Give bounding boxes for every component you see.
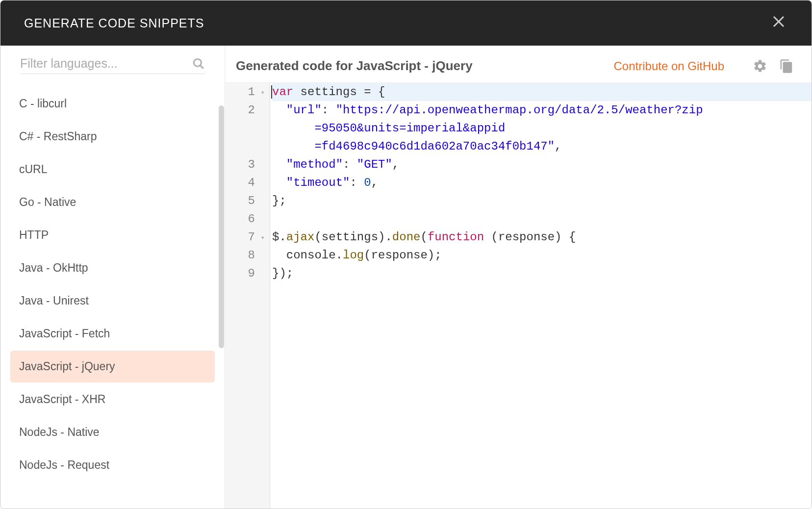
editor-code[interactable]: var settings = { "url": "https://api.ope… xyxy=(270,83,812,509)
generated-code-title: Generated code for JavaScript - jQuery xyxy=(236,58,614,74)
language-item[interactable]: Go - Native xyxy=(10,186,215,218)
code-line[interactable]: "method": "GET", xyxy=(272,155,812,174)
code-line[interactable] xyxy=(272,210,812,228)
gear-icon[interactable] xyxy=(753,59,767,74)
gutter-line-number: 8 xyxy=(225,246,270,264)
sidebar-scrollbar-thumb[interactable] xyxy=(219,105,224,348)
code-line[interactable]: console.log(response); xyxy=(272,246,812,264)
code-line[interactable]: "timeout": 0, xyxy=(272,174,812,192)
language-list[interactable]: C - libcurlC# - RestSharpcURLGo - Native… xyxy=(0,79,225,509)
dialog-title: GENERATE CODE SNIPPETS xyxy=(24,16,204,30)
contribute-github-link[interactable]: Contribute on GitHub xyxy=(614,59,724,73)
svg-point-2 xyxy=(194,59,201,66)
dialog-header: GENERATE CODE SNIPPETS xyxy=(0,0,812,46)
language-item[interactable]: JavaScript - XHR xyxy=(10,383,215,415)
dialog-body: C - libcurlC# - RestSharpcURLGo - Native… xyxy=(0,46,812,509)
close-icon[interactable] xyxy=(769,12,788,35)
gutter-line-number: 7 xyxy=(225,228,270,246)
code-line[interactable]: }); xyxy=(272,264,812,282)
sidebar-scrollbar[interactable] xyxy=(219,105,224,351)
code-line[interactable]: }; xyxy=(272,192,812,210)
language-item[interactable]: HTTP xyxy=(10,219,215,251)
main-header: Generated code for JavaScript - jQuery C… xyxy=(225,46,812,83)
search-icon[interactable] xyxy=(192,57,205,70)
search-row xyxy=(20,56,205,74)
editor-gutter: 12 3456789 xyxy=(225,83,270,509)
code-line[interactable]: =fd4698c940c6d1da602a70ac34f0b147", xyxy=(272,137,812,155)
gutter-line-number: 5 xyxy=(225,192,270,210)
code-line[interactable]: $.ajax(settings).done(function (response… xyxy=(272,228,812,246)
language-item[interactable]: JavaScript - Fetch xyxy=(10,318,215,350)
language-item[interactable]: C# - RestSharp xyxy=(10,121,215,153)
code-line[interactable]: var settings = { xyxy=(272,83,812,101)
language-item[interactable]: Java - OkHttp xyxy=(10,252,215,284)
code-line[interactable]: "url": "https://api.openweathermap.org/d… xyxy=(272,101,812,119)
gutter-line-number: 1 xyxy=(225,83,270,101)
gutter-line-number: 3 xyxy=(225,155,270,174)
code-line[interactable]: =95050&units=imperial&appid xyxy=(272,119,812,137)
language-item[interactable]: NodeJs - Request xyxy=(10,449,215,481)
language-item[interactable]: cURL xyxy=(10,153,215,185)
language-item[interactable]: C - libcurl xyxy=(10,88,215,120)
search-input[interactable] xyxy=(20,56,192,71)
gutter-line-number: 9 xyxy=(225,264,270,282)
sidebar: C - libcurlC# - RestSharpcURLGo - Native… xyxy=(0,46,225,509)
main-panel: Generated code for JavaScript - jQuery C… xyxy=(225,46,812,509)
gutter-line-number: 2 xyxy=(225,101,270,119)
gutter-line-number: 6 xyxy=(225,210,270,228)
language-item[interactable]: JavaScript - jQuery xyxy=(10,351,215,382)
code-editor[interactable]: 12 3456789 var settings = { "url": "http… xyxy=(225,83,812,509)
language-item[interactable]: NodeJs - Native xyxy=(10,416,215,448)
language-item[interactable]: Java - Unirest xyxy=(10,285,215,317)
svg-line-3 xyxy=(200,65,203,69)
gutter-line-number: 4 xyxy=(225,174,270,192)
copy-icon[interactable] xyxy=(779,59,794,74)
